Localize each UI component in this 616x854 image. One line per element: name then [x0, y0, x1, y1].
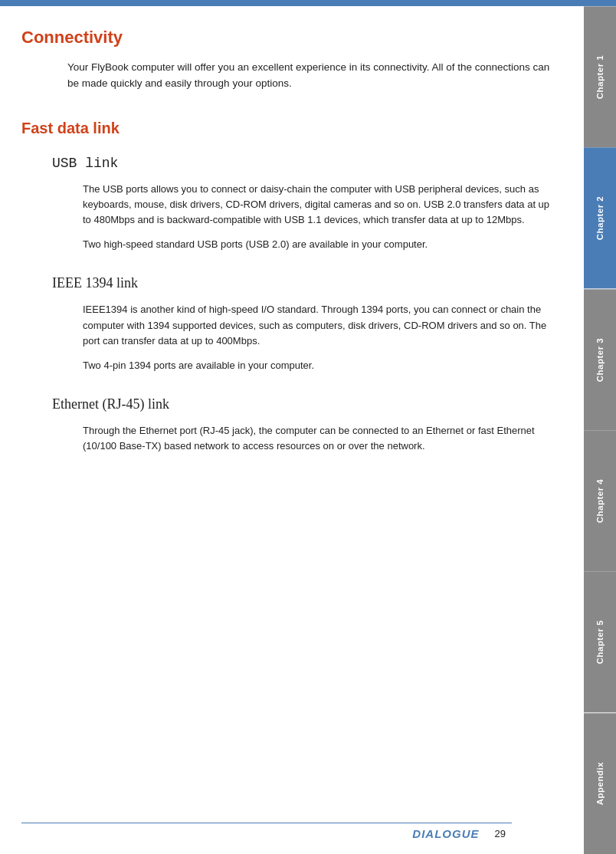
sidebar-item-appendix[interactable]: Appendix — [584, 713, 616, 854]
subsection-usb: USB link The USB ports allows you to con… — [21, 156, 553, 253]
subheading-usb: USB link — [52, 156, 553, 171]
footer-logo: DIALOGUE — [412, 827, 479, 840]
top-bar — [0, 0, 616, 6]
sidebar-item-chapter3[interactable]: Chapter 3 — [584, 289, 616, 430]
intro-text: Your FlyBook computer will offer you an … — [67, 60, 553, 92]
sidebar-item-chapter4[interactable]: Chapter 4 — [584, 430, 616, 571]
content-area: Connectivity Your FlyBook computer will … — [0, 6, 584, 854]
subsection-ieee: IEEE 1394 link IEEE1394 is another kind … — [21, 275, 553, 373]
sidebar-item-chapter5[interactable]: Chapter 5 — [584, 571, 616, 712]
page-title: Connectivity — [21, 28, 553, 48]
footer: DIALOGUE 29 — [0, 827, 552, 840]
usb-paragraph-2: Two high-speed standard USB ports (USB 2… — [83, 237, 553, 252]
subheading-ethernet: Ethernet (RJ-45) link — [52, 396, 553, 412]
footer-logo-text: DIALOGUE — [412, 827, 479, 840]
ieee-paragraph-1: IEEE1394 is another kind of high-speed I… — [83, 302, 553, 348]
subsection-ethernet: Ethernet (RJ-45) link Through the Ethern… — [21, 396, 553, 454]
sidebar: Chapter 1 Chapter 2 Chapter 3 Chapter 4 … — [584, 6, 616, 854]
usb-paragraph-1: The USB ports allows you to connect or d… — [83, 182, 553, 228]
sidebar-item-chapter1[interactable]: Chapter 1 — [584, 6, 616, 147]
sidebar-item-chapter2[interactable]: Chapter 2 — [584, 147, 616, 288]
ieee-paragraph-2: Two 4-pin 1394 ports are available in yo… — [83, 358, 553, 373]
footer-line — [21, 823, 512, 823]
footer-page-number: 29 — [495, 828, 506, 839]
subheading-ieee: IEEE 1394 link — [52, 275, 553, 291]
ethernet-paragraph-1: Through the Ethernet port (RJ-45 jack), … — [83, 423, 553, 454]
section-heading-fast-data-link: Fast data link — [21, 120, 553, 137]
page-container: Connectivity Your FlyBook computer will … — [0, 6, 616, 854]
